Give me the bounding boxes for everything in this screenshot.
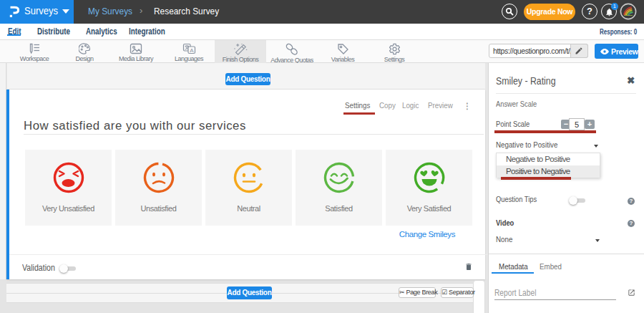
svg-text:A: A: [190, 47, 194, 54]
